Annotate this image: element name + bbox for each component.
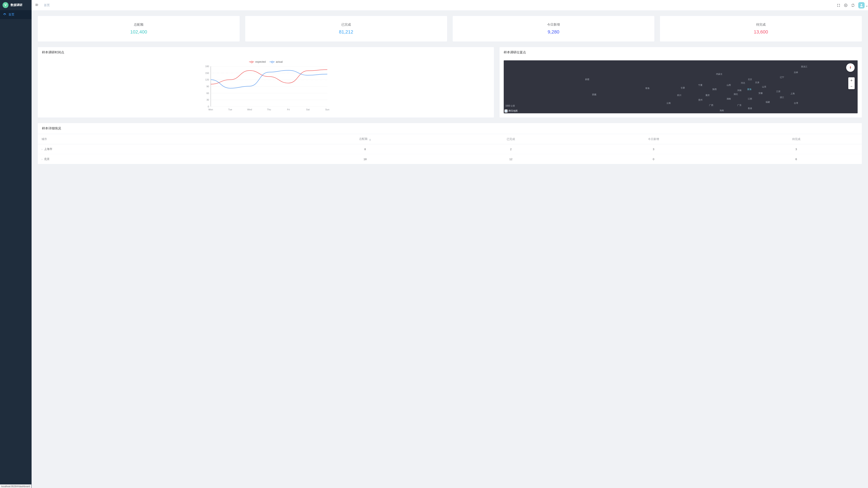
stat-card: 总配额102,400 (37, 16, 240, 42)
breadcrumb: 首页 (44, 3, 50, 7)
map-province-label: 新疆 (585, 78, 589, 81)
map-province-label: 湖南 (727, 97, 731, 100)
card-value: 9,280 (456, 29, 651, 35)
avatar[interactable] (858, 2, 865, 8)
zoom-in-button[interactable]: ＋ (848, 77, 855, 83)
map-province-label: 上海 (790, 92, 795, 95)
stat-card: 已完成81,212 (245, 16, 447, 42)
map-province-label: 青海 (645, 87, 650, 90)
svg-text:Tue: Tue (228, 108, 232, 111)
svg-text:180: 180 (205, 65, 209, 68)
stat-card: 今日新增9,280 (453, 16, 655, 42)
card-title: 待完成 (663, 23, 859, 27)
svg-text:60: 60 (207, 92, 209, 94)
map-province-label: 广西 (709, 104, 713, 107)
guide-icon[interactable] (844, 3, 848, 7)
svg-text:Wed: Wed (247, 108, 252, 111)
chevron-right-icon[interactable]: › (41, 158, 42, 161)
map[interactable]: ＋ － 黄海 1000 公里 腾讯地图 黑龙江吉林辽宁内蒙古 (504, 60, 858, 113)
sort-icon[interactable]: ▲▼ (369, 138, 371, 141)
map-province-label: 山东 (762, 85, 766, 88)
sidebar-item-dashboard[interactable]: 首页 (0, 10, 32, 19)
svg-text:Fri: Fri (287, 108, 290, 111)
svg-text:Sun: Sun (325, 108, 330, 111)
map-province-label: 陕西 (712, 88, 717, 91)
card-value: 13,600 (663, 29, 859, 35)
table-panel: 样本详细情况 城市 总配额 ▲▼ 已完成 今日新增 待完成 (37, 123, 862, 164)
map-province-label: 山西 (727, 84, 731, 87)
map-province-label: 辽宁 (780, 76, 784, 79)
brand-wrap: V 数据调研 (0, 0, 32, 10)
th-city[interactable]: 城市 (38, 134, 285, 144)
map-province-label: 内蒙古 (716, 73, 722, 76)
map-province-label: 台湾 (794, 102, 798, 105)
map-province-label: 吉林 (794, 71, 798, 74)
card-value: 81,212 (249, 29, 444, 35)
map-province-label: 河北 (741, 82, 745, 85)
map-scale: 1000 公里 (505, 104, 515, 107)
map-panel: 样本调研位置点 ＋ － 黄海 1000 公里 (499, 47, 862, 118)
map-province-label: 广东 (737, 104, 742, 107)
zoom-control: ＋ － (848, 77, 855, 89)
th-pending[interactable]: 待完成 (731, 134, 862, 144)
map-province-label: 江苏 (776, 90, 780, 93)
card-value: 102,400 (41, 29, 236, 35)
svg-text:120: 120 (205, 78, 209, 81)
map-province-label: 北京 (748, 78, 752, 81)
th-quota[interactable]: 总配额 ▲▼ (285, 134, 445, 144)
map-province-label: 贵州 (698, 98, 703, 101)
brand-text: 数据调研 (10, 3, 23, 7)
card-title: 今日新增 (456, 23, 651, 27)
zoom-out-button[interactable]: － (848, 83, 855, 89)
map-province-label: 浙江 (780, 96, 784, 99)
card-title: 已完成 (249, 23, 444, 27)
map-province-label: 重庆 (706, 94, 710, 97)
svg-text:Thu: Thu (267, 108, 271, 111)
th-done[interactable]: 已完成 (445, 134, 577, 144)
map-province-label: 福建 (766, 101, 770, 104)
map-province-label: 香港 (748, 107, 752, 110)
sea-label: 黄海 (747, 88, 751, 91)
svg-text:Mon: Mon (209, 108, 213, 111)
legend-expected[interactable]: expected (249, 60, 266, 63)
map-province-label: 天津 (755, 81, 759, 84)
linechart-panel: 样本调研时间点 expected actual 0 (37, 47, 494, 118)
sample-table: 城市 总配额 ▲▼ 已完成 今日新增 待完成 ›上海市8233›北京181206 (38, 134, 862, 164)
map-province-label: 甘肃 (681, 87, 685, 89)
svg-text:0: 0 (208, 105, 209, 108)
svg-point-1 (861, 4, 862, 5)
map-province-label: 云南 (666, 102, 671, 105)
map-title: 样本调研位置点 (499, 47, 862, 58)
compass-icon[interactable] (846, 63, 855, 72)
svg-text:Sat: Sat (306, 108, 310, 111)
legend-actual[interactable]: actual (270, 60, 283, 63)
card-title: 总配额 (41, 23, 236, 27)
dashboard-icon (3, 13, 6, 16)
table-row[interactable]: ›北京181206 (38, 154, 862, 164)
topbar: 首页 (32, 0, 868, 10)
table-title: 样本详细情况 (38, 123, 862, 134)
map-province-label: 安徽 (758, 92, 763, 95)
map-province-label: 黑龙江 (801, 65, 807, 68)
chart-legend: expected actual (42, 60, 490, 63)
map-province-label: 四川 (677, 94, 681, 97)
stat-card: 待完成13,600 (660, 16, 862, 42)
th-new[interactable]: 今日新增 (577, 134, 731, 144)
chevron-right-icon[interactable]: › (41, 148, 42, 151)
linechart-title: 样本调研时间点 (38, 47, 494, 58)
map-province-label: 宁夏 (698, 84, 703, 87)
svg-text:150: 150 (205, 72, 209, 74)
logo-icon: V (3, 2, 8, 8)
table-row[interactable]: ›上海市8233 (38, 144, 862, 154)
sidebar-item-label: 首页 (8, 13, 14, 17)
refresh-icon[interactable] (851, 3, 855, 7)
sidebar: V 数据调研 首页 (0, 0, 32, 488)
map-province-label: 湖北 (734, 93, 738, 96)
map-province-label: 河南 (737, 89, 742, 92)
svg-text:90: 90 (207, 85, 209, 88)
hamburger-icon[interactable] (35, 3, 39, 7)
fullscreen-icon[interactable] (837, 3, 840, 7)
map-province-label: 西藏 (592, 93, 596, 96)
line-chart: 0306090120150180MonTueWedThuFriSatSun (42, 65, 490, 111)
map-province-label: 江西 (748, 97, 752, 100)
